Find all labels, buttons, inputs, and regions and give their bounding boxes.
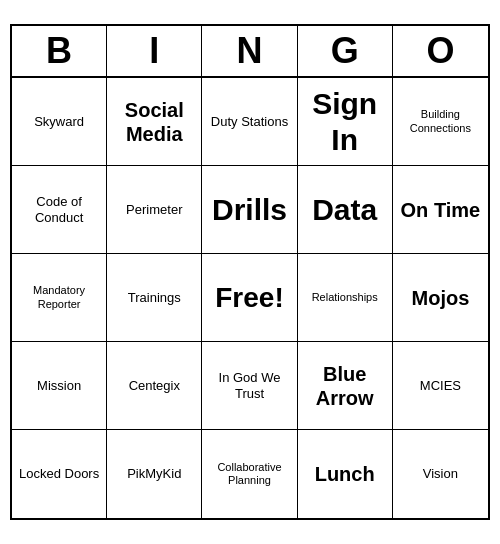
bingo-cell: Blue Arrow bbox=[298, 342, 393, 430]
bingo-cell: Drills bbox=[202, 166, 297, 254]
bingo-cell: Mission bbox=[12, 342, 107, 430]
bingo-cell: MCIES bbox=[393, 342, 488, 430]
cell-text: Skyward bbox=[34, 114, 84, 130]
cell-text: Code of Conduct bbox=[16, 194, 102, 225]
header-letter: B bbox=[12, 26, 107, 76]
bingo-cell: Relationships bbox=[298, 254, 393, 342]
cell-text: Sign In bbox=[302, 86, 388, 158]
cell-text: On Time bbox=[401, 198, 481, 222]
cell-text: Mandatory Reporter bbox=[16, 284, 102, 310]
cell-text: In God We Trust bbox=[206, 370, 292, 401]
bingo-cell: Collaborative Planning bbox=[202, 430, 297, 518]
bingo-cell: Building Connections bbox=[393, 78, 488, 166]
cell-text: Data bbox=[312, 192, 377, 228]
cell-text: Social Media bbox=[111, 98, 197, 146]
bingo-cell: Social Media bbox=[107, 78, 202, 166]
bingo-cell: Code of Conduct bbox=[12, 166, 107, 254]
cell-text: Locked Doors bbox=[19, 466, 99, 482]
header-letter: G bbox=[298, 26, 393, 76]
header-letter: I bbox=[107, 26, 202, 76]
cell-text: Centegix bbox=[129, 378, 180, 394]
cell-text: Free! bbox=[215, 281, 283, 315]
cell-text: Duty Stations bbox=[211, 114, 288, 130]
bingo-cell: Duty Stations bbox=[202, 78, 297, 166]
bingo-cell: Data bbox=[298, 166, 393, 254]
bingo-cell: Mojos bbox=[393, 254, 488, 342]
cell-text: Relationships bbox=[312, 291, 378, 304]
bingo-cell: Free! bbox=[202, 254, 297, 342]
cell-text: Perimeter bbox=[126, 202, 182, 218]
cell-text: Trainings bbox=[128, 290, 181, 306]
cell-text: Vision bbox=[423, 466, 458, 482]
cell-text: Lunch bbox=[315, 462, 375, 486]
bingo-cell: In God We Trust bbox=[202, 342, 297, 430]
cell-text: Mojos bbox=[412, 286, 470, 310]
bingo-cell: PikMyKid bbox=[107, 430, 202, 518]
bingo-cell: Mandatory Reporter bbox=[12, 254, 107, 342]
bingo-cell: Perimeter bbox=[107, 166, 202, 254]
cell-text: Mission bbox=[37, 378, 81, 394]
bingo-grid: SkywardSocial MediaDuty StationsSign InB… bbox=[12, 78, 488, 518]
bingo-cell: Locked Doors bbox=[12, 430, 107, 518]
cell-text: Drills bbox=[212, 192, 287, 228]
bingo-cell: Trainings bbox=[107, 254, 202, 342]
bingo-cell: Skyward bbox=[12, 78, 107, 166]
cell-text: MCIES bbox=[420, 378, 461, 394]
bingo-cell: Vision bbox=[393, 430, 488, 518]
cell-text: PikMyKid bbox=[127, 466, 181, 482]
header-letter: N bbox=[202, 26, 297, 76]
cell-text: Building Connections bbox=[397, 108, 484, 134]
bingo-cell: Sign In bbox=[298, 78, 393, 166]
cell-text: Collaborative Planning bbox=[206, 461, 292, 487]
bingo-card: BINGO SkywardSocial MediaDuty StationsSi… bbox=[10, 24, 490, 520]
bingo-cell: Lunch bbox=[298, 430, 393, 518]
cell-text: Blue Arrow bbox=[302, 362, 388, 410]
bingo-header: BINGO bbox=[12, 26, 488, 78]
bingo-cell: On Time bbox=[393, 166, 488, 254]
bingo-cell: Centegix bbox=[107, 342, 202, 430]
header-letter: O bbox=[393, 26, 488, 76]
